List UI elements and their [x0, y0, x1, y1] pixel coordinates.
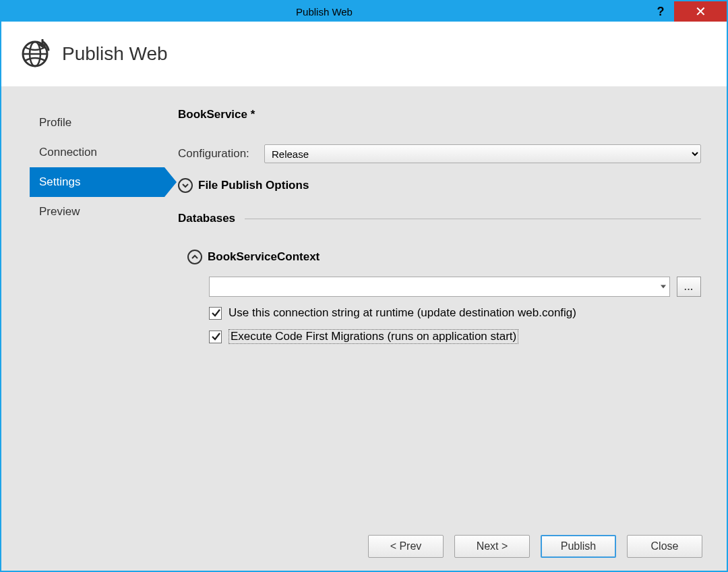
dropdown-caret-icon	[661, 285, 666, 289]
db-context-expander[interactable]: BookServiceContext	[187, 250, 701, 264]
publish-web-dialog: Publish Web ? ✕ Publish Web Profile Conn…	[0, 0, 728, 572]
dialog-header: Publish Web	[1, 22, 727, 86]
dialog-footer: < Prev Next > Publish Close	[1, 522, 727, 571]
use-connection-string-checkbox-row[interactable]: Use this connection string at runtime (u…	[209, 306, 701, 320]
close-window-button[interactable]: ✕	[674, 1, 727, 22]
execute-migrations-label: Execute Code First Migrations (runs on a…	[229, 329, 518, 344]
settings-pane: BookService * Configuration: Release Fil…	[171, 108, 727, 522]
wizard-nav: Profile Connection Settings Preview	[1, 108, 171, 522]
use-connection-string-label: Use this connection string at runtime (u…	[229, 306, 576, 320]
configuration-label: Configuration:	[178, 147, 264, 161]
connection-string-browse-button[interactable]: ...	[677, 277, 701, 297]
configuration-row: Configuration: Release	[178, 144, 701, 163]
dialog-title: Publish Web	[62, 43, 168, 65]
chevron-up-icon	[187, 250, 202, 264]
execute-migrations-checkbox-row[interactable]: Execute Code First Migrations (runs on a…	[209, 329, 701, 344]
next-button[interactable]: Next >	[454, 535, 530, 558]
publish-web-globe-icon	[20, 39, 50, 69]
checkbox-checked-icon	[209, 307, 222, 320]
publish-button[interactable]: Publish	[541, 535, 616, 558]
prev-button[interactable]: < Prev	[368, 535, 444, 558]
databases-section-header: Databases	[178, 212, 701, 225]
db-context-inner: ... Use this connection string at runtim…	[187, 277, 701, 344]
titlebar: Publish Web ? ✕	[1, 1, 727, 22]
nav-item-preview[interactable]: Preview	[30, 197, 164, 227]
window-title: Publish Web	[1, 6, 647, 18]
databases-title: Databases	[178, 212, 235, 225]
project-title: BookService *	[178, 108, 701, 121]
nav-item-settings[interactable]: Settings	[30, 167, 164, 197]
database-context-block: BookServiceContext ...	[178, 250, 701, 344]
chevron-down-icon	[178, 178, 193, 193]
nav-item-connection[interactable]: Connection	[30, 138, 164, 167]
connection-string-row: ...	[209, 277, 701, 297]
file-publish-options-expander[interactable]: File Publish Options	[178, 178, 701, 193]
checkbox-checked-icon	[209, 331, 222, 343]
configuration-select[interactable]: Release	[264, 144, 701, 163]
section-divider-line	[245, 219, 701, 219]
dialog-body: Profile Connection Settings Preview Book…	[1, 86, 727, 522]
nav-item-profile[interactable]: Profile	[30, 108, 164, 138]
close-button[interactable]: Close	[627, 535, 702, 558]
db-context-name: BookServiceContext	[208, 250, 320, 264]
window-controls: ? ✕	[647, 1, 727, 22]
connection-string-combobox[interactable]	[209, 277, 670, 297]
help-button[interactable]: ?	[647, 1, 674, 22]
file-publish-options-label: File Publish Options	[198, 179, 309, 192]
